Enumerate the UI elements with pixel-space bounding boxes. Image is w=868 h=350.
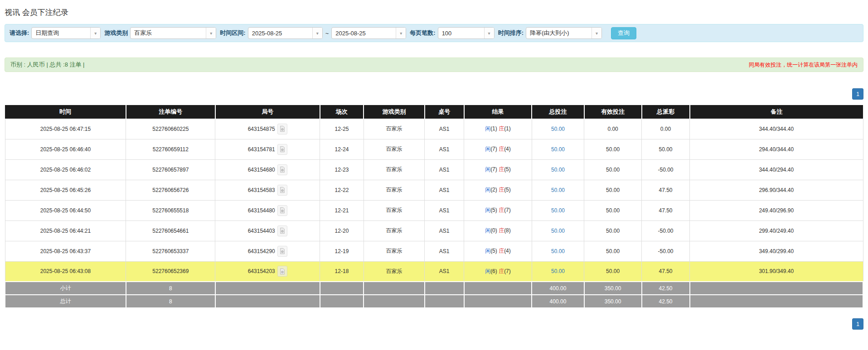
round-id-wrap: 643154680 (248, 164, 287, 175)
total-bet-link[interactable]: 50.00 (551, 228, 565, 234)
cell-payout: 47.50 (642, 200, 690, 221)
video-replay-button[interactable] (277, 246, 287, 257)
search-button[interactable]: 查询 (611, 27, 636, 39)
date-from-select[interactable]: 2025-08-25 ▾ (248, 27, 323, 39)
page-title: 视讯 会员下注纪录 (5, 7, 863, 18)
video-replay-button[interactable] (277, 144, 287, 155)
result-player-label: 闲 (485, 125, 490, 132)
cell-result: 闲(7) 庄(5) (464, 159, 532, 180)
cell-total-bet: 50.00 (532, 200, 584, 221)
round-id-text: 643154480 (248, 207, 275, 214)
video-replay-button[interactable] (277, 185, 287, 196)
total-bet-link[interactable]: 50.00 (551, 248, 565, 254)
result-player-score: (7) (490, 166, 499, 173)
valid-bet-notice: 同局有效投注，统一计算在该局第一张注单内 (749, 61, 858, 69)
result-banker-label: 庄 (499, 187, 504, 193)
chevron-down-icon[interactable]: ▾ (484, 28, 494, 38)
total-bet-link[interactable]: 50.00 (551, 187, 565, 193)
cell-total-bet: 50.00 (532, 180, 584, 200)
col-header-table-no: 桌号 (425, 105, 464, 119)
video-replay-icon (279, 268, 286, 275)
video-replay-button[interactable] (277, 205, 287, 216)
total-bet-link[interactable]: 50.00 (551, 126, 565, 132)
page-size-select[interactable]: 100 ▾ (438, 27, 495, 39)
video-replay-button[interactable] (277, 225, 287, 236)
total-bet-link[interactable]: 50.00 (551, 146, 565, 153)
result-player-score: (0) (490, 227, 499, 234)
page-1-button[interactable]: 1 (852, 88, 863, 100)
filter-bar: 请选择: 日期查询 ▾ 游戏类别 百家乐 ▾ 时间区间: 2025-08-25 … (5, 24, 863, 42)
table-header-row: 时间 注单编号 局号 场次 游戏类别 桌号 结果 总投注 有效投注 总派彩 备注 (5, 105, 863, 119)
col-header-bet-id: 注单编号 (126, 105, 215, 119)
cell-payout: -50.00 (642, 241, 690, 261)
chevron-down-icon[interactable]: ▾ (312, 28, 322, 38)
range-tilde: ~ (325, 30, 329, 37)
total-bet-link[interactable]: 50.00 (551, 268, 565, 274)
cell-bet-id: 522760660225 (126, 119, 215, 139)
round-id-text: 643154290 (248, 248, 275, 254)
total-bet-link[interactable]: 50.00 (551, 207, 565, 214)
col-header-time: 时间 (5, 105, 126, 119)
cell-bet-id: 522760654661 (126, 221, 215, 241)
round-id-wrap: 643154583 (248, 185, 287, 196)
chevron-down-icon[interactable]: ▾ (90, 28, 100, 38)
cell-note: 296.90/344.40 (690, 180, 863, 200)
table-row: 2025-08-25 06:44:21522760654661643154403… (5, 221, 863, 241)
video-replay-icon (279, 125, 286, 132)
sort-order-value: 降幂(由大到小) (526, 28, 592, 38)
cell-session: 12-20 (320, 221, 364, 241)
result-player-label: 闲 (485, 166, 490, 173)
cell-time: 2025-08-25 06:43:08 (5, 261, 126, 282)
result-banker-label: 庄 (499, 207, 504, 213)
video-replay-button[interactable] (277, 266, 287, 277)
total-total-bet: 400.00 (532, 295, 584, 308)
cell-bet-id: 522760653337 (126, 241, 215, 261)
round-id-text: 643154583 (248, 187, 275, 193)
result-banker-score: (8) (504, 227, 511, 234)
page-1-button[interactable]: 1 (852, 318, 863, 330)
cell-round-id: 643154290 (215, 241, 320, 261)
col-header-round-id: 局号 (215, 105, 320, 119)
chevron-down-icon[interactable]: ▾ (592, 28, 601, 38)
table-row: 2025-08-25 06:43:08522760652369643154203… (5, 261, 863, 282)
table-row: 2025-08-25 06:46:40522760659112643154781… (5, 139, 863, 159)
result-player-score: (7) (490, 146, 499, 152)
cell-round-id: 643154680 (215, 159, 320, 180)
cell-table-no: AS1 (425, 241, 464, 261)
subtotal-payout: 42.50 (642, 282, 690, 295)
cell-valid-bet: 50.00 (584, 180, 642, 200)
cell-valid-bet: 50.00 (584, 159, 642, 180)
cell-bet-id: 522760652369 (126, 261, 215, 282)
round-id-text: 643154403 (248, 228, 275, 234)
video-replay-button[interactable] (277, 124, 287, 134)
round-id-wrap: 643154290 (248, 246, 287, 257)
col-header-valid-bet: 有效投注 (584, 105, 642, 119)
cell-round-id: 643154203 (215, 261, 320, 282)
cell-payout: 50.00 (642, 139, 690, 159)
result-player-label: 闲 (485, 187, 490, 193)
time-range-label: 时间区间: (220, 29, 245, 37)
result-player-score: (1) (490, 125, 499, 132)
cell-payout: -50.00 (642, 221, 690, 241)
date-to-select[interactable]: 2025-08-25 ▾ (331, 27, 406, 39)
video-replay-button[interactable] (277, 164, 287, 175)
chevron-down-icon[interactable]: ▾ (206, 28, 216, 38)
table-footer: 小计 8 400.00 350.00 42.50 总计 8 400.00 350… (5, 282, 863, 308)
table-row: 2025-08-25 06:45:26522760656726643154583… (5, 180, 863, 200)
col-header-game-type: 游戏类别 (364, 105, 424, 119)
total-bet-link[interactable]: 50.00 (551, 167, 565, 173)
subtotal-count: 8 (126, 282, 215, 295)
query-mode-select[interactable]: 日期查询 ▾ (31, 27, 101, 39)
table-row: 2025-08-25 06:47:15522760660225643154875… (5, 119, 863, 139)
game-type-select[interactable]: 百家乐 ▾ (130, 27, 216, 39)
chevron-down-icon[interactable]: ▾ (396, 28, 406, 38)
cell-note: 301.90/349.40 (690, 261, 863, 282)
cell-session: 12-23 (320, 159, 364, 180)
cell-total-bet: 50.00 (532, 261, 584, 282)
round-id-wrap: 643154403 (248, 225, 287, 236)
cell-table-no: AS1 (425, 180, 464, 200)
pagination-top: 1 (5, 88, 863, 100)
cell-valid-bet: 50.00 (584, 139, 642, 159)
bet-records-table: 时间 注单编号 局号 场次 游戏类别 桌号 结果 总投注 有效投注 总派彩 备注… (5, 105, 863, 308)
sort-order-select[interactable]: 降幂(由大到小) ▾ (526, 27, 602, 39)
